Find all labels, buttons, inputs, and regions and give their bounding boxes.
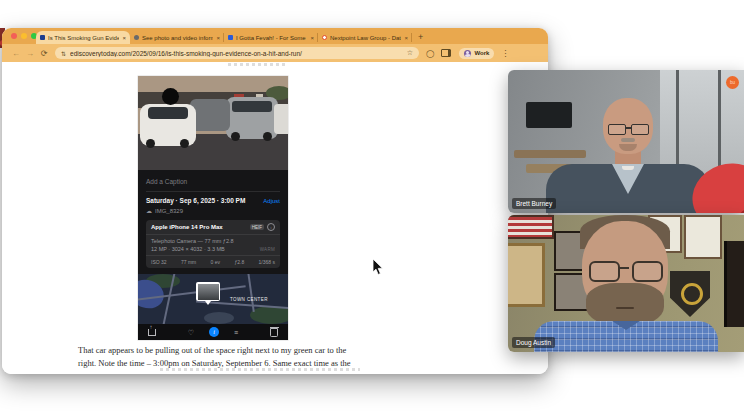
shutter-value: 1/368 s — [259, 259, 275, 265]
tab-close-icon[interactable]: × — [216, 35, 220, 41]
ev-value: 0 ev — [211, 259, 220, 265]
icloud-icon: ☁ — [146, 207, 152, 214]
forward-button[interactable]: → — [23, 49, 37, 58]
glasses-lens — [632, 261, 663, 282]
mouse-cursor — [372, 258, 384, 276]
parking-lot-photo — [138, 76, 288, 170]
focal-value: 77 mm — [181, 259, 196, 265]
share-icon — [148, 329, 156, 336]
framed-certificate — [684, 215, 722, 259]
tab-nextpoint-law-group[interactable]: Nextpoint Law Group - Data × — [318, 31, 412, 44]
photographic-style-badge: WARM — [260, 247, 275, 252]
article-image-phone-screenshot[interactable]: Add a Caption Saturday · Sep 6, 2025 · 3… — [138, 76, 288, 340]
participant-name-label: Brett Burney — [512, 198, 556, 209]
tab-label: Is This Smoking Gun Eviden — [48, 35, 119, 41]
white-car-partial — [274, 104, 288, 134]
tab-favicon — [322, 35, 327, 40]
url-text[interactable]: ediscoverytoday.com/2025/09/16/is-this-s… — [70, 50, 403, 57]
aperture-value: ƒ2.8 — [234, 259, 244, 265]
paragraph-line: That car appears to be pulling out of th… — [78, 344, 452, 357]
minimize-window-button[interactable] — [21, 33, 27, 39]
window-controls — [11, 33, 37, 39]
video-tile-brett-burney[interactable]: bu Brett Burney — [508, 70, 744, 213]
mustache — [621, 138, 635, 142]
tab-close-icon[interactable]: × — [122, 35, 126, 41]
logo-badge: bu — [726, 76, 739, 89]
info-circle-icon: i — [267, 223, 275, 231]
photos-app-toolbar: ♡ i ≡ — [138, 324, 288, 340]
browser-toolbar: ← → ⟳ ⇅ ediscoverytoday.com/2025/09/16/i… — [2, 44, 548, 62]
profile-avatar — [464, 50, 471, 57]
person-undershirt — [622, 166, 634, 170]
map-place-label: TOWN CENTER — [230, 297, 268, 302]
article-paragraph: That car appears to be pulling out of th… — [78, 344, 452, 370]
tab-close-icon[interactable]: × — [404, 35, 408, 41]
conference-table — [514, 150, 586, 158]
tab-favicon — [40, 35, 45, 40]
article-page: Add a Caption Saturday · Sep 6, 2025 · 3… — [2, 62, 548, 374]
tab-photo-video-info[interactable]: See photo and video inform × — [130, 31, 224, 44]
person-mouth — [616, 307, 634, 309]
glasses-bridge — [625, 127, 631, 129]
photo-info-panel: Add a Caption Saturday · Sep 6, 2025 · 3… — [138, 170, 288, 274]
person-head — [603, 98, 653, 154]
gray-suv — [190, 99, 230, 131]
glasses-lens — [631, 124, 649, 135]
large-picture-frame — [724, 241, 744, 327]
photo-filename: IMG_8329 — [155, 208, 183, 214]
photo-map-pin — [196, 282, 220, 301]
favorite-heart-icon: ♡ — [188, 329, 194, 336]
silver-suv — [226, 97, 278, 139]
crest-emblem — [681, 283, 703, 305]
close-window-button[interactable] — [11, 33, 17, 39]
tab-close-icon[interactable]: × — [310, 35, 314, 41]
tabs: Is This Smoking Gun Eviden × See photo a… — [36, 28, 423, 44]
reload-button[interactable]: ⟳ — [37, 49, 51, 58]
site-info-icon[interactable]: ⇅ — [61, 50, 66, 57]
tab-label: Nextpoint Law Group - Data — [330, 35, 401, 41]
tab-gotta-fevah[interactable]: I Gotta Fevah! - For Some F × — [224, 31, 318, 44]
heif-badge: HEIF — [250, 224, 264, 230]
browser-menu-icon[interactable]: ⋮ — [501, 49, 509, 58]
white-suv — [140, 104, 196, 146]
lens-line: Telephoto Camera — 77 mm ƒ2.8 — [151, 238, 275, 244]
info-selected-icon: i — [209, 327, 219, 337]
new-tab-button[interactable]: + — [418, 31, 423, 44]
photo-date: Saturday · Sep 6, 2025 · 3:00 PM — [146, 197, 245, 204]
gold-picture-frame — [508, 243, 545, 307]
bookmark-star-icon[interactable]: ☆ — [407, 49, 413, 57]
glasses-bridge — [620, 267, 629, 269]
edit-lines-icon: ≡ — [234, 329, 238, 336]
address-bar[interactable]: ⇅ ediscoverytoday.com/2025/09/16/is-this… — [55, 47, 419, 59]
divider — [146, 191, 280, 192]
tab-label: See photo and video inform — [142, 35, 213, 41]
goatee — [619, 144, 637, 151]
glasses-lens — [608, 124, 626, 135]
side-panel-icon[interactable] — [441, 49, 451, 57]
delete-trash-icon — [270, 328, 278, 337]
extensions-icon[interactable]: ◯ — [426, 49, 434, 58]
participant-name-label: Doug Austin — [512, 337, 555, 348]
tab-smoking-gun-evidence[interactable]: Is This Smoking Gun Eviden × — [36, 31, 130, 44]
wall-tv — [526, 102, 572, 128]
profile-label: Work — [474, 50, 489, 56]
photo-location-map: TOWN CENTER — [138, 274, 288, 324]
browser-window: Is This Smoking Gun Eviden × See photo a… — [2, 28, 548, 374]
iso-value: ISO 32 — [151, 259, 167, 265]
profile-chip[interactable]: Work — [459, 48, 494, 59]
back-button[interactable]: ← — [9, 49, 23, 58]
caption-placeholder: Add a Caption — [146, 178, 280, 185]
map-road — [247, 274, 255, 312]
clipped-heading-text — [228, 63, 288, 66]
size-line: 12 MP · 3024 × 4032 · 3.3 MB — [151, 246, 225, 252]
tab-strip: Is This Smoking Gun Eviden × See photo a… — [2, 28, 548, 44]
tab-favicon — [228, 35, 233, 40]
adjust-link: Adjust — [263, 198, 280, 204]
map-park-patch — [250, 306, 288, 324]
black-circle-redaction — [162, 88, 179, 105]
tab-favicon — [134, 35, 139, 40]
exposure-row: ISO 32 77 mm 0 ev ƒ2.8 1/368 s — [146, 255, 280, 268]
tab-label: I Gotta Fevah! - For Some F — [236, 35, 307, 41]
video-tile-doug-austin[interactable]: Doug Austin — [508, 215, 744, 352]
device-name: Apple iPhone 14 Pro Max — [151, 224, 223, 230]
